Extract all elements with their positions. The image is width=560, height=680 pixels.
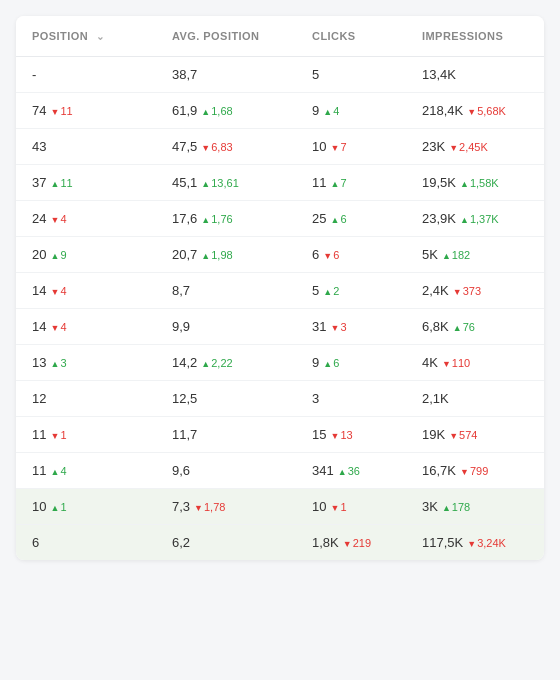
impressions-value: 19K — [422, 427, 445, 442]
clicks-value: 10 — [312, 139, 326, 154]
cell-position: 133 — [16, 345, 156, 381]
cell-impressions: 3K178 — [406, 489, 544, 525]
avg-position-value: 61,9 — [172, 103, 197, 118]
clicks-value: 9 — [312, 355, 319, 370]
clicks-delta: 6 — [323, 249, 339, 261]
column-header-position[interactable]: POSITION ⌄ — [16, 16, 156, 57]
cell-avg-position: 9,9 — [156, 309, 296, 345]
position-delta: 9 — [50, 249, 66, 261]
impressions-value: 3K — [422, 499, 438, 514]
clicks-delta: 1 — [330, 501, 346, 513]
clicks-value: 341 — [312, 463, 334, 478]
cell-impressions: 23K2,45K — [406, 129, 544, 165]
impressions-value: 16,7K — [422, 463, 456, 478]
cell-clicks: 34136 — [296, 453, 406, 489]
cell-avg-position: 6,2 — [156, 525, 296, 561]
cell-avg-position: 11,7 — [156, 417, 296, 453]
table-row: - 38,7 5 13,4K — [16, 57, 544, 93]
cell-position: 111 — [16, 417, 156, 453]
position-value: 37 — [32, 175, 46, 190]
table-row: 114 9,6 34136 16,7K799 — [16, 453, 544, 489]
cell-clicks: 96 — [296, 345, 406, 381]
cell-clicks: 256 — [296, 201, 406, 237]
clicks-value: 9 — [312, 103, 319, 118]
cell-impressions: 117,5K3,24K — [406, 525, 544, 561]
cell-position: 244 — [16, 201, 156, 237]
avg-position-value: 47,5 — [172, 139, 197, 154]
cell-avg-position: 61,91,68 — [156, 93, 296, 129]
impressions-value: 117,5K — [422, 535, 463, 550]
table-row: 244 17,61,76 256 23,9K1,37K — [16, 201, 544, 237]
cell-impressions: 23,9K1,37K — [406, 201, 544, 237]
cell-impressions: 16,7K799 — [406, 453, 544, 489]
avg-delta: 1,68 — [201, 105, 232, 117]
position-value: 11 — [32, 463, 46, 478]
avg-position-value: 9,6 — [172, 463, 190, 478]
impressions-delta: 3,24K — [467, 537, 506, 549]
cell-clicks: 1,8K219 — [296, 525, 406, 561]
avg-delta: 1,76 — [201, 213, 232, 225]
cell-position: 12 — [16, 381, 156, 417]
cell-impressions: 6,8K76 — [406, 309, 544, 345]
impressions-value: 23K — [422, 139, 445, 154]
position-delta: 4 — [50, 213, 66, 225]
impressions-delta: 373 — [453, 285, 481, 297]
cell-clicks: 66 — [296, 237, 406, 273]
clicks-value: 6 — [312, 247, 319, 262]
avg-position-value: 45,1 — [172, 175, 197, 190]
avg-position-value: 7,3 — [172, 499, 190, 514]
avg-position-value: 38,7 — [172, 67, 197, 82]
clicks-delta: 36 — [338, 465, 360, 477]
clicks-delta: 6 — [330, 213, 346, 225]
avg-position-value: 8,7 — [172, 283, 190, 298]
impressions-delta: 799 — [460, 465, 488, 477]
cell-clicks: 52 — [296, 273, 406, 309]
clicks-value: 5 — [312, 67, 319, 82]
position-value: 12 — [32, 391, 46, 406]
cell-position: 114 — [16, 453, 156, 489]
clicks-value: 25 — [312, 211, 326, 226]
position-value: 10 — [32, 499, 46, 514]
clicks-value: 10 — [312, 499, 326, 514]
avg-delta: 2,22 — [201, 357, 232, 369]
cell-clicks: 117 — [296, 165, 406, 201]
table-row: 209 20,71,98 66 5K182 — [16, 237, 544, 273]
impressions-value: 13,4K — [422, 67, 456, 82]
position-delta: 4 — [50, 321, 66, 333]
cell-position: 144 — [16, 273, 156, 309]
clicks-delta: 219 — [343, 537, 371, 549]
cell-avg-position: 7,31,78 — [156, 489, 296, 525]
position-delta: 4 — [50, 285, 66, 297]
position-delta: 1 — [50, 429, 66, 441]
avg-position-value: 20,7 — [172, 247, 197, 262]
impressions-delta: 1,58K — [460, 177, 499, 189]
impressions-delta: 110 — [442, 357, 470, 369]
avg-delta: 1,98 — [201, 249, 232, 261]
cell-position: 209 — [16, 237, 156, 273]
cell-impressions: 5K182 — [406, 237, 544, 273]
clicks-value: 3 — [312, 391, 319, 406]
avg-delta: 6,83 — [201, 141, 232, 153]
impressions-value: 2,1K — [422, 391, 449, 406]
table-row: 101 7,31,78 101 3K178 — [16, 489, 544, 525]
position-delta: 4 — [50, 465, 66, 477]
position-value: 6 — [32, 535, 39, 550]
table-row: 111 11,7 1513 19K574 — [16, 417, 544, 453]
data-table: POSITION ⌄ AVG. POSITION CLICKS IMPRESSI… — [16, 16, 544, 560]
table-row: 144 8,7 52 2,4K373 — [16, 273, 544, 309]
table-header-row: POSITION ⌄ AVG. POSITION CLICKS IMPRESSI… — [16, 16, 544, 57]
impressions-value: 5K — [422, 247, 438, 262]
avg-delta: 13,61 — [201, 177, 238, 189]
clicks-delta: 13 — [330, 429, 352, 441]
cell-avg-position: 38,7 — [156, 57, 296, 93]
cell-avg-position: 47,56,83 — [156, 129, 296, 165]
cell-impressions: 19K574 — [406, 417, 544, 453]
cell-clicks: 107 — [296, 129, 406, 165]
impressions-delta: 76 — [453, 321, 475, 333]
clicks-delta: 6 — [323, 357, 339, 369]
cell-position: 144 — [16, 309, 156, 345]
position-delta: 11 — [50, 105, 72, 117]
cell-position: 3711 — [16, 165, 156, 201]
cell-position: 101 — [16, 489, 156, 525]
cell-avg-position: 12,5 — [156, 381, 296, 417]
